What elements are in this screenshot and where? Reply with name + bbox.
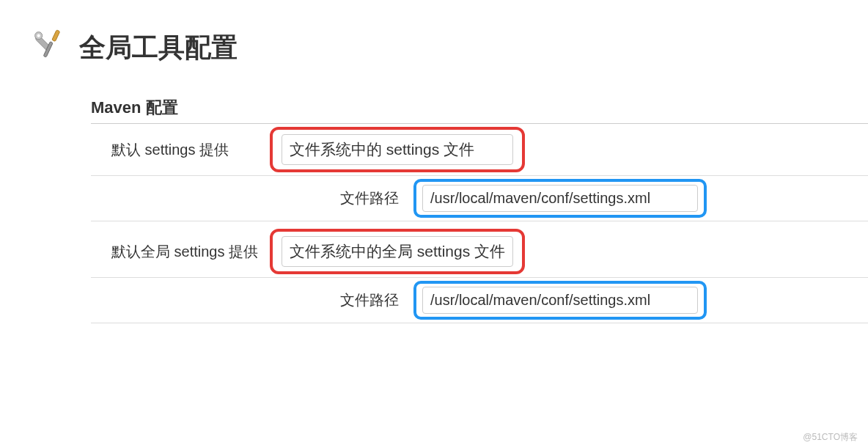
svg-rect-2 — [52, 30, 60, 42]
wrench-screwdriver-icon — [29, 26, 69, 69]
global-file-path-input-highlight — [413, 281, 707, 320]
default-settings-label: 默认 settings 提供 — [91, 140, 270, 160]
page-title: 全局工具配置 — [79, 30, 238, 66]
global-file-path-label: 文件路径 — [314, 290, 413, 310]
global-settings-select[interactable]: 文件系统中的全局 settings 文件 — [282, 236, 513, 267]
content-area: Maven 配置 默认 settings 提供 文件系统中的 settings … — [0, 76, 868, 323]
default-settings-row: 默认 settings 提供 文件系统中的 settings 文件 — [91, 124, 868, 176]
global-file-path-input[interactable] — [422, 287, 698, 314]
default-settings-select[interactable]: 文件系统中的 settings 文件 — [282, 134, 513, 165]
file-path-label: 文件路径 — [314, 188, 413, 208]
page-header: 全局工具配置 — [0, 0, 868, 76]
file-path-input-highlight — [413, 179, 707, 218]
default-settings-select-highlight: 文件系统中的 settings 文件 — [270, 127, 525, 172]
file-path-input[interactable] — [422, 185, 698, 212]
global-settings-label: 默认全局 settings 提供 — [91, 242, 270, 262]
global-settings-row: 默认全局 settings 提供 文件系统中的全局 settings 文件 — [91, 226, 868, 278]
svg-point-1 — [37, 34, 40, 37]
default-file-path-row: 文件路径 — [91, 176, 868, 221]
global-file-path-row: 文件路径 — [91, 278, 868, 323]
global-settings-select-highlight: 文件系统中的全局 settings 文件 — [270, 229, 525, 274]
watermark: @51CTO博客 — [803, 431, 858, 444]
maven-section-title: Maven 配置 — [91, 97, 868, 124]
